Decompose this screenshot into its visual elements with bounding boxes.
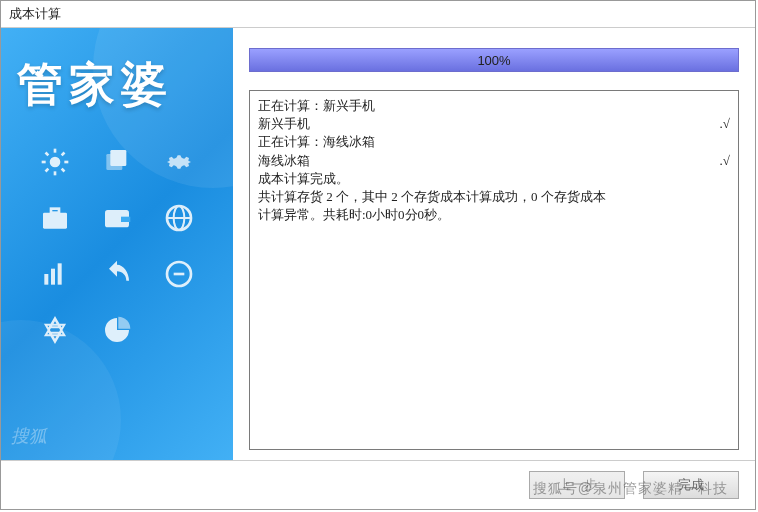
- wallet-icon: [91, 202, 143, 234]
- svg-rect-19: [51, 269, 55, 285]
- window-title: 成本计算: [1, 1, 755, 27]
- brand-logo: 管家婆: [17, 54, 223, 116]
- svg-rect-10: [106, 154, 122, 170]
- log-line: 海线冰箱: [258, 152, 310, 170]
- svg-rect-14: [121, 217, 130, 222]
- svg-line-7: [46, 169, 49, 172]
- gear-icon: [153, 146, 205, 178]
- star-of-david-icon: [29, 314, 81, 346]
- svg-rect-18: [44, 274, 48, 285]
- globe-icon: [153, 202, 205, 234]
- log-line: 正在计算：海线冰箱: [258, 133, 730, 151]
- log-line: 正在计算：新兴手机: [258, 97, 730, 115]
- layers-icon: [91, 146, 143, 178]
- log-line: 新兴手机: [258, 115, 310, 133]
- progress-percent-label: 100%: [250, 49, 738, 73]
- main-panel: 100% 正在计算：新兴手机 新兴手机.√ 正在计算：海线冰箱 海线冰箱.√ 成…: [233, 28, 755, 460]
- svg-line-6: [62, 169, 65, 172]
- log-check-icon: .√: [720, 152, 730, 170]
- svg-rect-11: [43, 213, 67, 229]
- watermark-sohu-icon: 搜狐: [11, 424, 47, 448]
- button-bar: 上一步 完成: [1, 460, 755, 509]
- pie-chart-icon: [91, 314, 143, 346]
- log-check-icon: .√: [720, 115, 730, 133]
- svg-point-0: [50, 157, 61, 168]
- log-line: 成本计算完成。: [258, 170, 730, 188]
- svg-rect-12: [51, 209, 59, 213]
- briefcase-icon: [29, 202, 81, 234]
- svg-line-5: [46, 153, 49, 156]
- svg-line-8: [62, 153, 65, 156]
- sun-icon: [29, 146, 81, 178]
- finish-button[interactable]: 完成: [643, 471, 739, 499]
- previous-button[interactable]: 上一步: [529, 471, 625, 499]
- sidebar-brand-panel: 管家婆 搜狐: [1, 28, 233, 460]
- calculation-log: 正在计算：新兴手机 新兴手机.√ 正在计算：海线冰箱 海线冰箱.√ 成本计算完成…: [249, 90, 739, 450]
- minus-circle-icon: [153, 258, 205, 290]
- svg-rect-20: [58, 263, 62, 284]
- bar-chart-icon: [29, 258, 81, 290]
- log-line: 共计算存货 2 个，其中 2 个存货成本计算成功，0 个存货成本: [258, 188, 730, 206]
- progress-bar: 100%: [249, 48, 739, 72]
- undo-icon: [91, 258, 143, 290]
- log-line: 计算异常。共耗时:0小时0分0秒。: [258, 206, 730, 224]
